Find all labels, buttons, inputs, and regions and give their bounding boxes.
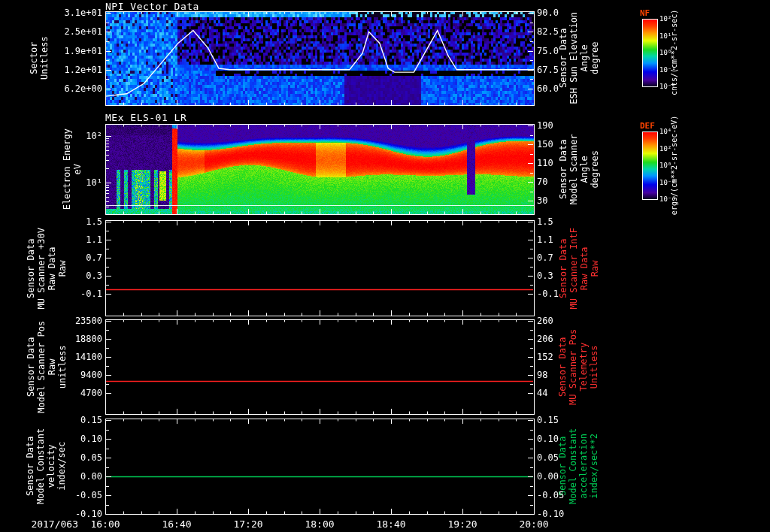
panel2-right-tick-label: 30: [537, 195, 582, 206]
panel4-left-tick-label: 14100: [53, 352, 102, 362]
panel1-right-tick-label: 82.5: [537, 26, 582, 37]
panel5-right-tick-label: 0.15: [537, 415, 582, 425]
colorbar-def-tick-label: 10⁰: [659, 162, 690, 169]
x-axis-time-label: 18:00: [297, 518, 342, 530]
colorbar-def-tick-label: 10⁴: [659, 128, 690, 135]
panel3-right-tick-label: -0.1: [537, 289, 582, 299]
panel4-right-tick-label: 260: [537, 316, 582, 326]
plot-canvas: [0, 0, 770, 532]
panel5-left-tick-label: -0.10: [53, 509, 102, 519]
colorbar-nf-tick-label: 10¹: [659, 32, 690, 40]
panel4-left-tick-label: 4700: [53, 388, 102, 398]
panel4-right-tick-label: 44: [537, 388, 582, 398]
colorbar-def-tick-label: 10⁻⁴: [659, 195, 690, 203]
x-axis-time-label: 16:40: [154, 518, 199, 530]
panel1-left-tick-label: 1.2e+01: [53, 65, 102, 75]
x-axis-time-label: 18:40: [368, 518, 414, 530]
panel5-right-tick-label: -0.10: [537, 509, 582, 519]
panel3-left-tick-label: 1.1: [53, 234, 102, 245]
x-axis-time-label: 17:20: [226, 518, 271, 530]
panel1-title: NPI Vector Data: [105, 1, 199, 12]
colorbar-nf-tick-label: 10⁰: [659, 49, 690, 56]
colorbar-nf-tick-label: 10⁻²: [659, 83, 690, 90]
panel2-title: MEx ELS-01 LR: [105, 112, 186, 123]
panel5-right-tick-label: 0.05: [537, 452, 582, 463]
panel1-right-tick-label: 60.0: [537, 83, 582, 94]
panel4-left-tick-label: 9400: [53, 370, 102, 380]
colorbar-def-tick-label: 10²: [659, 145, 690, 153]
panel3-right-tick-label: 1.1: [537, 234, 582, 245]
panel4-right-tick-label: 152: [537, 352, 582, 362]
panel4-right-tick-label: 98: [537, 370, 582, 380]
panel5-left-tick-label: 0.05: [53, 452, 102, 463]
panel2-left-tick-label: 10¹: [53, 177, 102, 188]
panel5-right-tick-label: 0.00: [537, 471, 582, 482]
panel1-right-tick-label: 67.5: [537, 65, 582, 75]
panel3-right-tick-label: 0.3: [537, 271, 582, 281]
panel2-right-tick-label: 190: [537, 120, 582, 131]
panel4-left-tick-label: 23500: [53, 316, 102, 326]
panel3-left-tick-label: 0.3: [53, 271, 102, 281]
panel5-left-tick-label: 0.15: [53, 415, 102, 425]
x-axis-time-label: 20:00: [511, 518, 556, 530]
panel3-left-tick-label: -0.1: [53, 289, 102, 299]
plot-page: NPI Vector Data MEx ELS-01 LR Sector Uni…: [0, 0, 770, 532]
colorbar-def-title: DEF: [640, 121, 655, 131]
panel5-right-tick-label: 0.10: [537, 434, 582, 444]
panel5-left-tick-label: 0.10: [53, 434, 102, 444]
panel5-left-tick-label: 0.00: [53, 471, 102, 482]
panel1-left-tick-label: 2.5e+01: [53, 26, 102, 37]
panel3-right-tick-label: 1.5: [537, 216, 582, 227]
panel3-left-tick-label: 0.7: [53, 252, 102, 263]
panel1-right-tick-label: 90.0: [537, 8, 582, 18]
colorbar-nf-title: NF: [640, 8, 650, 18]
panel1-right-tick-label: 75.0: [537, 46, 582, 56]
x-axis-time-label: 19:20: [440, 518, 485, 530]
x-axis-time-label: 16:00: [83, 518, 128, 530]
panel1-left-tick-label: 1.9e+01: [53, 46, 102, 56]
panel1-left-tick-label: 3.1e+01: [53, 8, 102, 18]
panel5-right-tick-label: -0.05: [537, 490, 582, 500]
panel3-left-tick-label: 1.5: [53, 216, 102, 227]
colorbar-nf-tick-label: 10⁻¹: [659, 66, 690, 74]
panel2-left-tick-label: 10²: [53, 131, 102, 141]
panel2-right-tick-label: 150: [537, 139, 582, 150]
x-axis-date-label: 2017/063: [9, 518, 78, 530]
panel4-right-tick-label: 206: [537, 334, 582, 344]
colorbar-nf-tick-label: 10²: [659, 15, 690, 23]
panel4-left-tick-label: 18800: [53, 334, 102, 344]
panel1-left-tick-label: 6.2e+00: [53, 83, 102, 94]
panel3-right-tick-label: 0.7: [537, 252, 582, 263]
panel5-left-tick-label: -0.05: [53, 490, 102, 500]
panel2-right-tick-label: 70: [537, 177, 582, 187]
colorbar-def-tick-label: 10⁻²: [659, 179, 690, 186]
panel2-right-tick-label: 110: [537, 158, 582, 168]
